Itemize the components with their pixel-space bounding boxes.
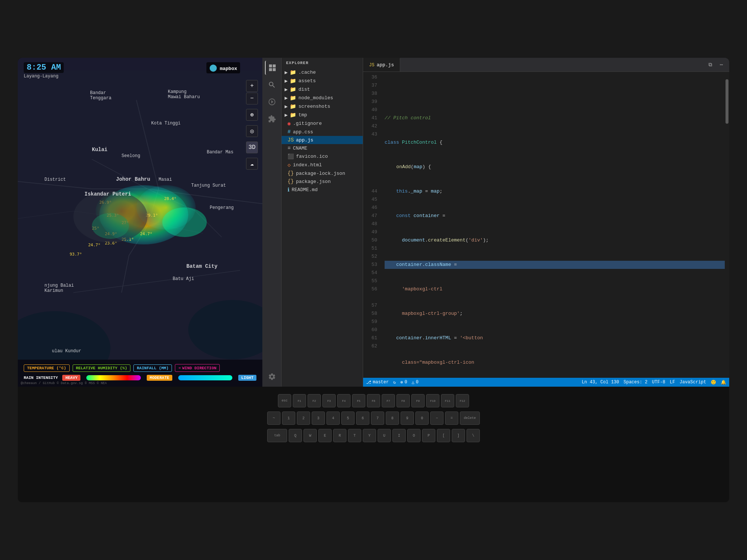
key-e[interactable]: E bbox=[318, 429, 332, 442]
key-f2[interactable]: F2 bbox=[308, 394, 321, 407]
code-content[interactable]: // Pitch control class PitchControl { on… bbox=[382, 72, 725, 378]
sync-status[interactable]: ↻ bbox=[393, 380, 396, 385]
scrollbar-thumb[interactable] bbox=[726, 79, 728, 124]
explorer-icon[interactable] bbox=[265, 61, 279, 75]
file-cache[interactable]: ▶ 📁 .cache bbox=[282, 68, 363, 77]
file-tmp[interactable]: ▶ 📁 tmp bbox=[282, 111, 363, 119]
file-assets[interactable]: ▶ 📁 assets bbox=[282, 77, 363, 85]
file-dist[interactable]: ▶ 📁 dist bbox=[282, 85, 363, 94]
key-t[interactable]: T bbox=[348, 429, 361, 442]
key-bracket-left[interactable]: [ bbox=[437, 429, 450, 442]
file-node-modules[interactable]: ▶ 📁 node_modules bbox=[282, 94, 363, 102]
language-status[interactable]: JavaScript bbox=[680, 380, 706, 385]
file-package-lock[interactable]: {} package-lock.json bbox=[282, 169, 363, 177]
code-line-40: this._map = map; bbox=[385, 187, 725, 196]
key-equals[interactable]: = bbox=[445, 411, 458, 425]
key-f10[interactable]: F10 bbox=[426, 394, 439, 407]
key-w[interactable]: W bbox=[303, 429, 317, 442]
bell-status[interactable]: 🔔 bbox=[721, 380, 726, 385]
more-actions-button[interactable]: ⋯ bbox=[717, 60, 726, 70]
file-gitignore[interactable]: ◉ .gitignore bbox=[282, 119, 363, 128]
key-f4[interactable]: F4 bbox=[337, 394, 351, 407]
cursor-position[interactable]: Ln 43, Col 130 bbox=[582, 380, 619, 385]
key-esc[interactable]: esc bbox=[278, 394, 291, 407]
json-icon: {} bbox=[288, 170, 294, 176]
app-js-tab[interactable]: JS app.js bbox=[363, 58, 400, 71]
key-backtick[interactable]: ~ bbox=[267, 411, 280, 425]
source-control-icon[interactable] bbox=[265, 95, 279, 109]
warnings-status[interactable]: △ 0 bbox=[412, 380, 418, 385]
encoding-status[interactable]: UTF-8 bbox=[652, 380, 665, 385]
zoom-in-button[interactable]: + bbox=[246, 80, 258, 92]
file-app-css[interactable]: # app.css bbox=[282, 128, 363, 136]
error-icon: ⊗ bbox=[400, 380, 403, 385]
key-f8[interactable]: F8 bbox=[396, 394, 410, 407]
file-favicon[interactable]: ⬛ favicon.ico bbox=[282, 152, 363, 161]
key-f5[interactable]: F5 bbox=[352, 394, 365, 407]
key-f3[interactable]: F3 bbox=[322, 394, 336, 407]
key-u[interactable]: U bbox=[378, 429, 391, 442]
key-o[interactable]: O bbox=[407, 429, 421, 442]
key-i[interactable]: I bbox=[392, 429, 406, 442]
file-package-json[interactable]: {} package.json bbox=[282, 177, 363, 186]
wind-tab[interactable]: ➜ WIND DIRECTION bbox=[175, 364, 220, 372]
key-minus[interactable]: − bbox=[430, 411, 444, 425]
search-icon[interactable] bbox=[265, 78, 279, 92]
key-1[interactable]: 1 bbox=[282, 411, 295, 425]
cname-icon: ≡ bbox=[288, 145, 290, 151]
key-bracket-right[interactable]: ] bbox=[452, 429, 465, 442]
heavy-badge: HEAVY bbox=[62, 375, 80, 381]
line-ending-status[interactable]: LF bbox=[670, 380, 675, 385]
file-name: README.md bbox=[292, 187, 318, 193]
key-backslash[interactable]: \ bbox=[467, 429, 480, 442]
settings-icon[interactable] bbox=[265, 370, 279, 384]
key-8[interactable]: 8 bbox=[386, 411, 399, 425]
key-6[interactable]: 6 bbox=[356, 411, 369, 425]
key-9[interactable]: 9 bbox=[401, 411, 414, 425]
key-f7[interactable]: F7 bbox=[382, 394, 395, 407]
folder-arrow-icon: ▶ bbox=[285, 86, 288, 93]
key-0[interactable]: 0 bbox=[415, 411, 429, 425]
file-readme[interactable]: ℹ README.md bbox=[282, 186, 363, 194]
git-branch-icon: ⎇ bbox=[366, 380, 371, 385]
key-p[interactable]: P bbox=[422, 429, 435, 442]
file-screenshots[interactable]: ▶ 📁 screenshots bbox=[282, 102, 363, 111]
geolocate-button[interactable]: ◎ bbox=[246, 125, 258, 137]
key-3[interactable]: 3 bbox=[312, 411, 325, 425]
key-5[interactable]: 5 bbox=[341, 411, 355, 425]
key-2[interactable]: 2 bbox=[297, 411, 310, 425]
key-f9[interactable]: F9 bbox=[411, 394, 425, 407]
indentation[interactable]: Spaces: 2 bbox=[624, 380, 648, 385]
humidity-tab[interactable]: RELATIVE HUMIDITY (%) bbox=[73, 364, 131, 372]
temp-tab[interactable]: TEMPERATURE (°C) bbox=[24, 364, 70, 372]
compass-button[interactable]: ⊕ bbox=[246, 109, 258, 121]
code-line-36 bbox=[385, 90, 725, 98]
key-delete[interactable]: delete bbox=[460, 411, 480, 425]
key-y[interactable]: Y bbox=[363, 429, 376, 442]
file-cname[interactable]: ≡ CNAME bbox=[282, 144, 363, 152]
zoom-out-button[interactable]: − bbox=[246, 93, 258, 104]
file-app-js[interactable]: JS app.js bbox=[282, 136, 363, 144]
key-f1[interactable]: F1 bbox=[293, 394, 306, 407]
key-f12[interactable]: F12 bbox=[456, 394, 469, 407]
style-button[interactable]: ☁ bbox=[246, 158, 258, 170]
key-f11[interactable]: F11 bbox=[441, 394, 454, 407]
errors-status[interactable]: ⊗ 0 bbox=[400, 380, 407, 385]
line-numbers: 36 37 38 39 40 41 42 43 44 bbox=[363, 72, 382, 378]
key-q[interactable]: Q bbox=[289, 429, 302, 442]
key-r[interactable]: R bbox=[333, 429, 346, 442]
key-4[interactable]: 4 bbox=[326, 411, 340, 425]
scrollbar[interactable] bbox=[725, 72, 729, 378]
key-tab[interactable]: tab bbox=[267, 429, 287, 442]
folder-icon-node: 📁 bbox=[290, 95, 296, 101]
git-branch-status[interactable]: ⎇ master bbox=[366, 380, 389, 385]
split-editor-button[interactable]: ⧉ bbox=[706, 60, 715, 70]
rainfall-tab[interactable]: RAINFALL (MM) bbox=[133, 364, 172, 372]
3d-button[interactable]: 3D bbox=[246, 141, 258, 153]
key-f6[interactable]: F6 bbox=[367, 394, 380, 407]
smiley-status[interactable]: 🙂 bbox=[711, 380, 716, 385]
error-count: 0 bbox=[405, 380, 407, 385]
file-index-html[interactable]: ◇ index.html bbox=[282, 161, 363, 169]
extensions-icon[interactable] bbox=[265, 112, 279, 126]
key-7[interactable]: 7 bbox=[371, 411, 384, 425]
